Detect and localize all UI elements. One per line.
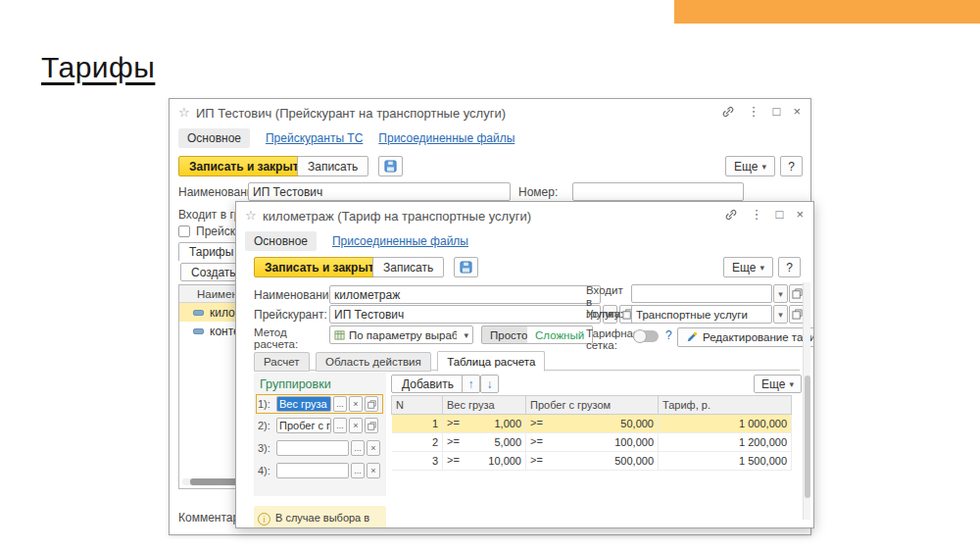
pencil-icon [686, 331, 698, 343]
info-icon: i [258, 513, 270, 526]
groupings-panel: Группировки 1): Вес груза ... × 2): Проб… [254, 373, 386, 496]
grouping-input-3[interactable] [276, 440, 349, 456]
name-label: Наименование: [254, 288, 339, 302]
service-dropdown-button[interactable]: ▾ [773, 305, 788, 324]
maximize-icon[interactable]: □ [776, 207, 784, 223]
pricelist-nav-tabs: Основное Прейскуранты ТС Присоединенные … [178, 128, 514, 148]
save-button[interactable]: Записать [297, 156, 368, 176]
table-header-row: N Вес груза Пробег с грузом Тариф, р. [392, 396, 792, 415]
checkbox[interactable] [178, 225, 190, 237]
add-row-button[interactable]: Добавить [391, 375, 465, 393]
method-select[interactable]: По параметру выработки ▾ [329, 326, 473, 344]
number-input[interactable] [572, 182, 744, 201]
col-n[interactable]: N [392, 396, 443, 415]
choose-button[interactable]: ... [333, 396, 347, 412]
chevron-down-icon: ▾ [778, 289, 783, 299]
slide: Тарифы ☆ ИП Тестович (Прейскурант на тра… [0, 0, 980, 551]
info-note: i В случае выбора в качестве значения [254, 506, 386, 528]
complex-mode-button[interactable]: Сложный [527, 326, 593, 344]
help-button[interactable]: ? [778, 257, 801, 277]
tab-raschet[interactable]: Расчет [254, 352, 310, 372]
grouping-input-4[interactable] [276, 463, 349, 478]
pricelist-label: Прейскурант: [254, 308, 327, 322]
grouping-row: 3): ... × [258, 440, 381, 456]
tab-oblast-deystviya[interactable]: Область действия [316, 352, 431, 372]
group-dropdown-button[interactable]: ▾ [773, 284, 788, 303]
table-row[interactable]: 2 >=5,000 >=100,000 1 200,000 [392, 433, 792, 452]
pricelist-titlebar: ☆ ИП Тестович (Прейскурант на транспортн… [170, 99, 810, 126]
pricelist-window-title: ИП Тестович (Прейскурант на транспортные… [196, 106, 506, 121]
clear-button[interactable]: × [367, 463, 380, 478]
table-row[interactable]: 3 >=10,000 >=500,000 1 500,000 [392, 452, 792, 471]
tab-osnovnoe[interactable]: Основное [245, 231, 317, 251]
link-icon[interactable] [721, 105, 735, 119]
tab-osnovnoe[interactable]: Основное [178, 128, 250, 148]
tab-attached-files[interactable]: Присоединенные файлы [332, 234, 468, 248]
tab-tablitsa-rascheta[interactable]: Таблица расчета [437, 351, 545, 372]
maximize-icon[interactable]: □ [773, 104, 781, 120]
clear-button[interactable]: × [349, 418, 363, 433]
tariff-window-title: километраж (Тариф на транспортные услуги… [263, 209, 531, 224]
save-button[interactable]: Записать [372, 257, 444, 277]
table-row[interactable]: 1 >=1,000 >=50,000 1 000,000 [392, 415, 792, 433]
choose-button[interactable]: ... [333, 418, 347, 433]
grouping-row: 1): Вес груза ... × [258, 396, 381, 412]
info-line-2: качестве значения [275, 525, 382, 528]
arrow-down-icon: ↓ [487, 377, 493, 391]
favorite-star-icon[interactable]: ☆ [245, 208, 257, 223]
move-down-button[interactable]: ↓ [480, 375, 499, 393]
method-label: Метод расчета: [254, 326, 315, 350]
open-form-icon [792, 288, 803, 299]
name-input[interactable]: ИП Тестович [248, 182, 511, 201]
col-weight[interactable]: Вес груза [443, 396, 526, 415]
tab-preyskuranty-ts[interactable]: Прейскуранты ТС [266, 131, 363, 145]
number-label: Номер: [518, 185, 558, 199]
slide-title: Тарифы [41, 51, 155, 84]
open-form-icon [368, 422, 376, 430]
more-button[interactable]: Еще▾ [725, 156, 775, 176]
link-icon[interactable] [724, 208, 738, 222]
tariff-window: ☆ километраж (Тариф на транспортные услу… [235, 201, 814, 528]
name-input[interactable]: километраж [329, 285, 601, 304]
save-file-button[interactable] [378, 156, 403, 176]
clear-button[interactable]: × [349, 396, 363, 412]
col-tariff[interactable]: Тариф, р. [659, 396, 792, 415]
edit-tariffs-button[interactable]: Редактирование тарифов [677, 327, 814, 347]
save-close-button[interactable]: Записать и закрыть [254, 257, 392, 277]
choose-button[interactable]: ... [351, 440, 365, 456]
service-label: Услуга: [586, 308, 623, 320]
col-distance[interactable]: Пробег с грузом [526, 396, 659, 415]
grouping-input-2[interactable]: Пробег с груз [276, 418, 331, 433]
more-menu-icon[interactable]: ⋮ [751, 207, 763, 223]
help-button[interactable]: ? [780, 156, 803, 176]
grid-label: Тарифная сетка: [586, 327, 631, 351]
tab-attached-files[interactable]: Присоединенные файлы [378, 131, 514, 145]
move-up-button[interactable]: ↑ [462, 375, 480, 393]
groupings-header: Группировки [260, 377, 331, 391]
tariff-nav-tabs: Основное Присоединенные файлы [245, 231, 468, 251]
chevron-down-icon: ▾ [778, 310, 783, 320]
clear-button[interactable]: × [367, 440, 380, 456]
table-more-button[interactable]: Еще▾ [754, 375, 802, 393]
open-button[interactable] [365, 396, 378, 412]
favorite-star-icon[interactable]: ☆ [178, 105, 190, 120]
more-menu-icon[interactable]: ⋮ [748, 104, 760, 120]
service-input[interactable]: Транспортные услуги [631, 305, 772, 324]
grouping-row: 4): ... × [258, 463, 381, 478]
slide-accent-bar [674, 0, 980, 24]
group-input[interactable] [631, 284, 772, 303]
grid-help-link[interactable]: ? [665, 328, 672, 342]
save-file-button[interactable] [454, 257, 478, 277]
arrow-up-icon: ↑ [468, 377, 474, 391]
open-button[interactable] [365, 418, 378, 433]
choose-button[interactable]: ... [351, 463, 365, 478]
pricelist-input[interactable]: ИП Тестович [329, 305, 601, 324]
close-icon[interactable]: × [793, 104, 801, 120]
vertical-scrollbar[interactable] [803, 282, 810, 520]
close-icon[interactable]: × [796, 207, 804, 223]
more-button[interactable]: Еще▾ [723, 257, 773, 277]
grouping-input-1[interactable]: Вес груза [276, 396, 331, 412]
save-close-button[interactable]: Записать и закрыть [178, 156, 317, 176]
tariff-titlebar: ☆ километраж (Тариф на транспортные услу… [236, 202, 813, 229]
tariff-grid-toggle[interactable] [633, 330, 659, 342]
